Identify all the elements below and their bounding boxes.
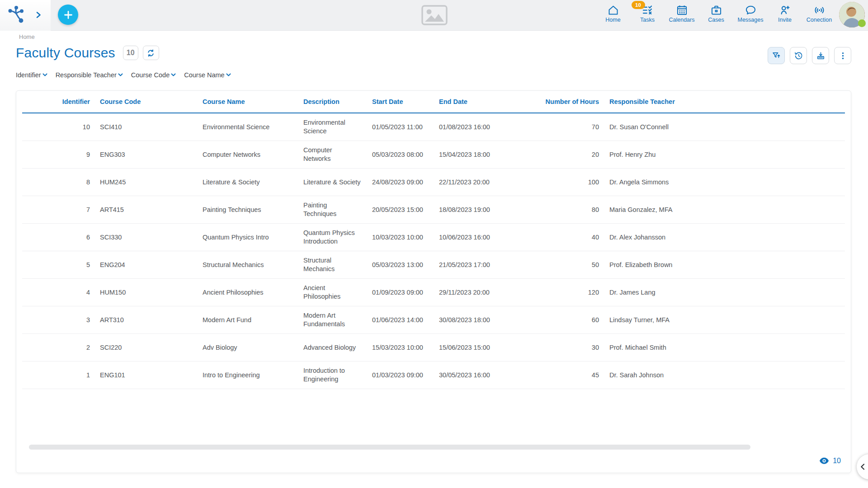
visible-records-count: 10 [833, 457, 841, 465]
cell-course_code: HUM150 [90, 288, 191, 297]
nav-connection[interactable]: Conection [802, 3, 836, 23]
connection-icon [813, 3, 826, 16]
cell-hours: 120 [518, 288, 599, 297]
chevron-down-icon [226, 73, 231, 77]
table-row[interactable]: 7ART415Painting TechniquesPainting Techn… [22, 196, 845, 224]
table-row[interactable]: 3ART310Modern Art FundModern Art Fundame… [22, 306, 845, 334]
cell-hours: 100 [518, 178, 599, 187]
cell-teacher: Dr. Alex Johansson [599, 233, 845, 242]
table-row[interactable]: 5ENG204Structural MechanicsStructural Me… [22, 251, 845, 279]
nav-invite[interactable]: Invite [768, 3, 802, 23]
record-count-badge: 10 [123, 46, 138, 60]
cell-course_name: Quantum Physics Intro [191, 233, 292, 242]
column-header-end-date[interactable]: End Date [428, 98, 518, 105]
column-header-start-date[interactable]: Start Date [361, 98, 428, 105]
nav-cases[interactable]: Cases [699, 3, 733, 23]
visible-records-indicator[interactable]: 10 [819, 457, 841, 465]
filter-chip-course-code[interactable]: Course Code [131, 71, 176, 79]
logo-block [0, 0, 51, 31]
cell-identifier: 7 [22, 206, 90, 214]
cell-hours: 60 [518, 316, 599, 324]
cell-course_code: ENG101 [90, 371, 191, 380]
cell-end_date: 15/04/2023 18:00 [428, 150, 518, 159]
chevron-left-icon [860, 464, 865, 470]
change-log-button[interactable] [790, 47, 807, 64]
app-window: Home 10 Tasks [0, 0, 868, 488]
cell-identifier: 9 [22, 150, 90, 159]
eye-icon [819, 457, 829, 465]
cell-identifier: 1 [22, 371, 90, 380]
panel-collapse-tab[interactable] [857, 454, 868, 479]
top-bar: Home 10 Tasks [0, 0, 868, 31]
cell-description: Advanced Biology [292, 343, 361, 352]
home-icon [607, 3, 619, 16]
nav-calendars[interactable]: Calendars [665, 3, 699, 23]
table-row[interactable]: 8HUM245Literature & SocietyLiterature & … [22, 169, 845, 196]
courses-table-card: Identifier Course Code Course Name Descr… [16, 90, 851, 473]
kebab-menu-icon [838, 51, 848, 61]
user-avatar[interactable] [839, 2, 865, 28]
cell-start_date: 01/05/2023 11:00 [361, 123, 428, 131]
refresh-button[interactable] [143, 46, 159, 60]
column-header-description[interactable]: Description [292, 98, 361, 105]
cell-description: Quantum Physics Introduction [292, 229, 361, 246]
history-icon [794, 51, 803, 61]
cell-course_name: Literature & Society [191, 178, 292, 187]
cell-start_date: 24/08/2023 09:00 [361, 178, 428, 187]
cell-course_name: Adv Biology [191, 343, 292, 352]
cell-course_code: ART310 [90, 316, 191, 324]
more-actions-button[interactable] [834, 47, 851, 64]
invite-icon [779, 3, 791, 16]
cell-hours: 40 [518, 233, 599, 242]
tasks-count-badge: 10 [632, 1, 645, 9]
table-row[interactable]: 2SCI220Adv BiologyAdvanced Biology15/03/… [22, 334, 845, 361]
horizontal-scrollbar[interactable] [29, 445, 750, 450]
table-row[interactable]: 6SCI330Quantum Physics IntroQuantum Phys… [22, 224, 845, 251]
cell-start_date: 01/09/2023 09:00 [361, 288, 428, 297]
table-row[interactable]: 10SCI410Environmental ScienceEnvironment… [22, 113, 845, 141]
tasks-icon: 10 [642, 3, 654, 16]
cell-end_date: 15/06/2023 15:00 [428, 343, 518, 352]
cell-identifier: 4 [22, 288, 90, 297]
cell-course_code: ART415 [90, 206, 191, 214]
message-icon [745, 3, 757, 16]
nav-messages[interactable]: Messages [733, 3, 768, 23]
cell-end_date: 30/08/2023 18:00 [428, 316, 518, 324]
column-header-identifier[interactable]: Identifier [22, 98, 90, 105]
cell-teacher: Prof. Henry Zhu [599, 150, 845, 159]
column-header-course-name[interactable]: Course Name [191, 98, 292, 105]
cell-hours: 45 [518, 371, 599, 380]
filter-chip-identifier[interactable]: Identifier [16, 71, 47, 79]
filter-button[interactable] [768, 47, 785, 64]
online-status-dot [858, 19, 866, 27]
cell-course_code: SCI220 [90, 343, 191, 352]
nav-tasks[interactable]: 10 Tasks [630, 3, 665, 23]
cell-start_date: 01/06/2023 14:00 [361, 316, 428, 324]
column-header-responsible-teacher[interactable]: Responsible Teacher [599, 98, 845, 105]
image-placeholder-icon [421, 5, 448, 27]
top-nav: Home 10 Tasks [596, 3, 836, 23]
breadcrumb[interactable]: Home [19, 33, 35, 40]
table-row[interactable]: 9ENG303Computer NetworksComputer Network… [22, 141, 845, 169]
export-button[interactable] [812, 47, 829, 64]
cell-identifier: 8 [22, 178, 90, 187]
cell-end_date: 29/11/2023 20:00 [428, 288, 518, 297]
sidebar-expand-icon[interactable] [35, 11, 42, 21]
cell-course_code: SCI330 [90, 233, 191, 242]
column-header-course-code[interactable]: Course Code [90, 98, 191, 105]
filter-chip-course-name[interactable]: Course Name [184, 71, 231, 79]
cell-identifier: 2 [22, 343, 90, 352]
briefcase-icon [710, 3, 722, 16]
cell-course_code: HUM245 [90, 178, 191, 187]
table-row[interactable]: 1ENG101Intro to EngineeringIntroduction … [22, 361, 845, 389]
refresh-icon [146, 49, 155, 57]
nav-home[interactable]: Home [596, 3, 630, 23]
cell-start_date: 01/03/2023 09:00 [361, 371, 428, 380]
add-record-button[interactable] [58, 5, 78, 25]
column-header-number-of-hours[interactable]: Number of Hours [518, 98, 599, 105]
table-row[interactable]: 4HUM150Ancient PhilosophiesAncient Philo… [22, 279, 845, 306]
filter-chip-responsible-teacher[interactable]: Responsible Teacher [56, 71, 123, 79]
cell-description: Structural Mechanics [292, 256, 361, 273]
table-body: 10SCI410Environmental ScienceEnvironment… [16, 113, 851, 389]
cell-start_date: 05/03/2023 13:00 [361, 261, 428, 269]
